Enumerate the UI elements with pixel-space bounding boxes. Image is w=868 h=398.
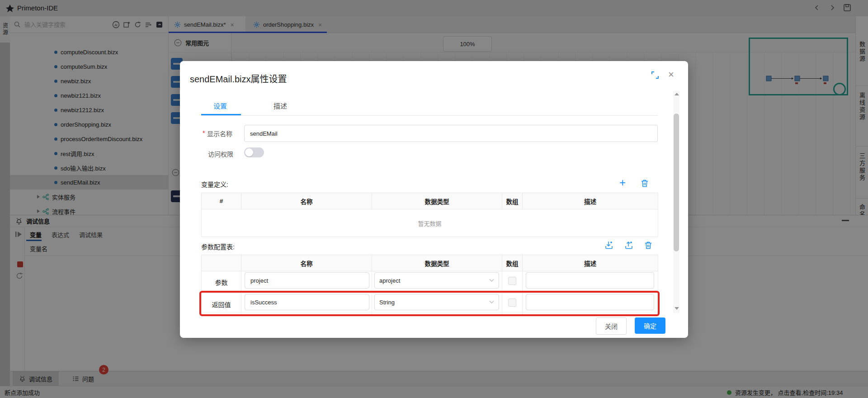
dialog-tab-description[interactable]: 描述: [274, 101, 287, 110]
params-section-label: 参数配置表:: [201, 242, 235, 251]
variables-table: # 名称 数据类型 数组 描述 暂无数据: [201, 193, 658, 237]
dialog-close-icon[interactable]: ×: [668, 70, 674, 79]
export-params-icon[interactable]: [624, 240, 634, 250]
app-window: Primeton-IDE 资源 AI: [0, 0, 868, 398]
required-asterisk: *: [203, 129, 205, 137]
toggle-knob: [245, 148, 253, 156]
param-row-kind: 参数: [202, 271, 241, 293]
scrollbar-down-arrow[interactable]: [675, 307, 679, 310]
param-array-checkbox[interactable]: [508, 277, 516, 285]
param-row-kind: 返回值: [202, 293, 241, 316]
col-header-desc: 描述: [523, 255, 658, 271]
delete-variable-icon[interactable]: [640, 179, 649, 188]
access-permission-toggle[interactable]: [244, 147, 264, 157]
col-header-index: #: [202, 193, 241, 209]
delete-param-icon[interactable]: [644, 241, 653, 250]
dialog-scrollbar-thumb[interactable]: [674, 114, 679, 251]
dialog-tab-divider: [201, 115, 658, 116]
display-name-label: 显示名称: [207, 129, 232, 138]
close-button[interactable]: 关闭: [596, 317, 627, 335]
col-header-name: 名称: [241, 255, 372, 271]
return-array-checkbox[interactable]: [508, 298, 516, 307]
col-header-desc: 描述: [523, 193, 658, 209]
param-desc-input[interactable]: [526, 272, 654, 289]
add-variable-icon[interactable]: +: [619, 178, 626, 188]
empty-data-placeholder: 暂无数据: [202, 209, 658, 237]
col-header-type: 数据类型: [372, 193, 502, 209]
dialog-title: sendEMail.bizx属性设置: [190, 72, 287, 85]
return-type-select[interactable]: String: [374, 294, 499, 310]
import-params-icon[interactable]: [604, 240, 614, 250]
col-header-name: 名称: [241, 193, 372, 209]
param-type-select[interactable]: aproject: [374, 272, 499, 289]
col-header-array: 数组: [502, 193, 523, 209]
return-type-value: String: [379, 299, 395, 306]
dialog-tab-settings[interactable]: 设置: [213, 101, 227, 110]
return-name-input[interactable]: [245, 294, 369, 310]
access-permission-label: 访问权限: [208, 149, 233, 158]
fullscreen-expand-icon[interactable]: [651, 71, 659, 79]
param-name-input[interactable]: [245, 272, 369, 289]
param-type-value: aproject: [379, 277, 400, 284]
chevron-down-icon: [489, 300, 494, 304]
col-header-blank: [202, 255, 241, 271]
return-desc-input[interactable]: [526, 294, 654, 310]
confirm-button[interactable]: 确定: [635, 317, 665, 334]
scrollbar-up-arrow[interactable]: [675, 93, 679, 95]
chevron-down-icon: [489, 279, 494, 282]
properties-dialog: sendEMail.bizx属性设置 × 设置 描述 * 显示名称 访问权限 变…: [180, 61, 688, 338]
col-header-type: 数据类型: [372, 255, 502, 271]
col-header-array: 数组: [502, 255, 523, 271]
variables-section-label: 变量定义:: [201, 180, 228, 189]
display-name-input[interactable]: [244, 125, 658, 142]
